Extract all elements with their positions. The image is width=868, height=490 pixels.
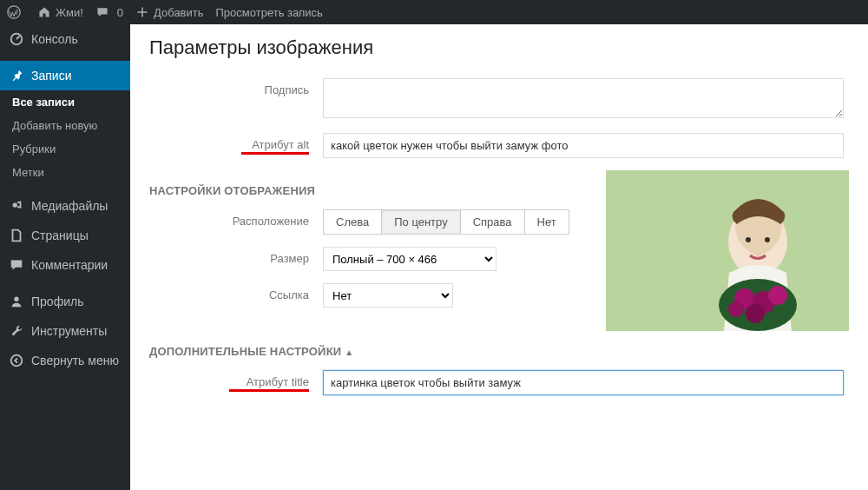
alt-input[interactable] xyxy=(323,133,844,158)
preview-photo xyxy=(606,170,849,331)
section-display: НАСТРОЙКИ ОТОБРАЖЕНИЯ xyxy=(149,184,592,197)
align-left-button[interactable]: Слева xyxy=(323,209,382,235)
sidebar-sub-tags[interactable]: Метки xyxy=(0,161,130,184)
label-alt: Атрибут alt xyxy=(149,133,323,151)
sidebar-label-comments: Комментарии xyxy=(31,258,108,272)
label-caption: Подпись xyxy=(149,78,323,96)
collapse-icon xyxy=(9,353,24,368)
title-attr-input[interactable] xyxy=(323,370,844,395)
image-details-panel: Параметры изображения Подпись Атрибут al… xyxy=(130,24,868,442)
align-right-button[interactable]: Справа xyxy=(460,209,525,235)
sidebar-label-tools: Инструменты xyxy=(31,324,107,338)
comments-count: 0 xyxy=(117,6,123,19)
caption-textarea[interactable] xyxy=(323,78,844,118)
sidebar-sub-allposts[interactable]: Все записи xyxy=(0,90,130,114)
section-advanced[interactable]: ДОПОЛНИТЕЛЬНЫЕ НАСТРОЙКИ▲ xyxy=(149,345,849,358)
align-none-button[interactable]: Нет xyxy=(524,209,569,235)
sidebar-item-comments[interactable]: Комментарии xyxy=(0,250,130,280)
pin-icon xyxy=(9,68,24,83)
pages-icon xyxy=(9,228,24,243)
sidebar-label-posts: Записи xyxy=(31,69,71,83)
tools-icon xyxy=(9,323,24,339)
label-title-attr: Атрибут title xyxy=(149,370,323,388)
view-post-label: Просмотреть запись xyxy=(216,6,323,19)
image-preview xyxy=(606,170,849,331)
sidebar-label-console: Консоль xyxy=(31,32,78,46)
svg-point-15 xyxy=(728,301,744,317)
sidebar-sub-categories[interactable]: Рубрики xyxy=(0,137,130,161)
sidebar-item-posts[interactable]: Записи xyxy=(0,61,130,90)
dashboard-icon xyxy=(9,31,24,47)
admin-topbar: Жми! 0 Добавить Просмотреть запись xyxy=(0,0,868,24)
sidebar-sub-addpost[interactable]: Добавить новую xyxy=(0,114,130,137)
wordpress-icon xyxy=(7,5,21,19)
media-icon xyxy=(9,198,24,214)
label-size: Размер xyxy=(149,247,323,265)
site-link[interactable]: Жми! xyxy=(37,5,83,19)
sidebar-item-pages[interactable]: Страницы xyxy=(0,221,130,250)
sidebar-item-tools[interactable]: Инструменты xyxy=(0,316,130,346)
svg-point-9 xyxy=(765,237,770,242)
svg-point-3 xyxy=(14,297,18,301)
chevron-up-icon: ▲ xyxy=(345,348,353,357)
add-new-label: Добавить xyxy=(154,6,203,19)
comments-link[interactable]: 0 xyxy=(95,5,123,19)
user-icon xyxy=(9,294,24,309)
align-button-group: Слева По центру Справа Нет xyxy=(323,209,592,235)
svg-point-4 xyxy=(11,355,23,367)
sidebar-item-media[interactable]: Медиафайлы xyxy=(0,191,130,221)
sidebar-item-console[interactable]: Консоль xyxy=(0,24,130,54)
link-select[interactable]: Нет xyxy=(323,283,453,308)
sidebar-item-collapse[interactable]: Свернуть меню xyxy=(0,346,130,375)
size-select[interactable]: Полный – 700 × 466 xyxy=(323,247,496,271)
svg-point-2 xyxy=(13,202,17,207)
sidebar-item-profile[interactable]: Профиль xyxy=(0,287,130,316)
main-content: Параметры изображения Подпись Атрибут al… xyxy=(130,24,868,490)
svg-point-14 xyxy=(746,304,765,323)
align-center-button[interactable]: По центру xyxy=(381,209,460,235)
sidebar-label-media: Медиафайлы xyxy=(31,199,108,213)
sidebar-label-pages: Страницы xyxy=(31,228,89,242)
label-align: Расположение xyxy=(149,209,323,228)
home-icon xyxy=(37,5,51,19)
panel-title: Параметры изображения xyxy=(149,36,849,59)
comment-icon xyxy=(95,5,109,19)
comments-icon xyxy=(9,257,24,273)
site-name: Жми! xyxy=(56,6,83,19)
sidebar-label-profile: Профиль xyxy=(31,295,83,308)
sidebar-label-collapse: Свернуть меню xyxy=(31,354,119,368)
wp-logo[interactable] xyxy=(7,5,25,19)
admin-sidebar: Консоль Записи Все записи Добавить новую… xyxy=(0,24,130,490)
svg-point-8 xyxy=(746,237,751,242)
label-link: Ссылка xyxy=(149,283,323,301)
view-post-link[interactable]: Просмотреть запись xyxy=(216,6,323,19)
svg-point-13 xyxy=(768,286,787,305)
plus-icon xyxy=(135,5,149,19)
add-new-link[interactable]: Добавить xyxy=(135,5,203,19)
